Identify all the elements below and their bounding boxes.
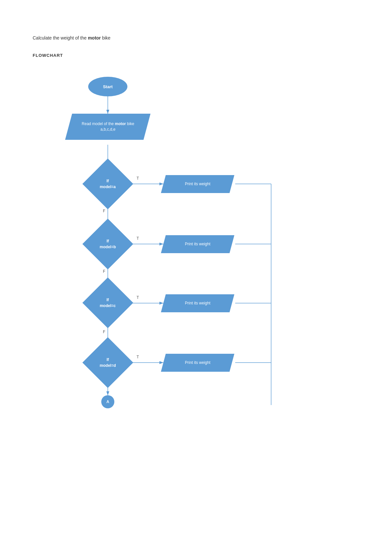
svg-text:T: T bbox=[137, 355, 139, 359]
print3-label: Print its weight bbox=[185, 301, 210, 306]
start-label: Start bbox=[103, 84, 113, 89]
diamond1-label: Ifmodel=a bbox=[100, 178, 116, 190]
print2-label: Print its weight bbox=[185, 241, 210, 247]
flowchart-container: T T T T F F F Start Read model of the mo… bbox=[33, 65, 327, 539]
svg-text:T: T bbox=[137, 176, 139, 181]
print4-label: Print its weight bbox=[185, 360, 210, 366]
svg-text:F: F bbox=[103, 330, 105, 334]
connector-a-shape: A bbox=[101, 395, 114, 408]
diamond4-label: Ifmodel=d bbox=[100, 357, 116, 368]
print2-shape: Print its weight bbox=[161, 235, 235, 253]
diamond3-label: Ifmodel=c bbox=[100, 297, 116, 309]
print4-shape: Print its weight bbox=[161, 354, 235, 372]
start-shape: Start bbox=[88, 77, 127, 96]
diamond2-label: Ifmodel=b bbox=[100, 238, 116, 250]
svg-text:T: T bbox=[137, 236, 139, 241]
svg-text:F: F bbox=[103, 269, 105, 274]
svg-text:T: T bbox=[137, 295, 139, 300]
flowchart-label: FLOWCHART bbox=[33, 53, 63, 58]
page-title: Calculate the weight of the motor bike bbox=[33, 35, 110, 41]
print3-shape: Print its weight bbox=[161, 294, 235, 312]
connector-a-label: A bbox=[106, 399, 109, 404]
svg-text:F: F bbox=[103, 209, 105, 213]
input-shape: Read model of the motor bikea,b,c,d,e bbox=[65, 114, 150, 140]
print1-shape: Print its weight bbox=[161, 175, 235, 193]
input-label: Read model of the motor bikea,b,c,d,e bbox=[82, 121, 134, 132]
print1-label: Print its weight bbox=[185, 181, 210, 187]
bold-text: motor bbox=[88, 35, 101, 41]
